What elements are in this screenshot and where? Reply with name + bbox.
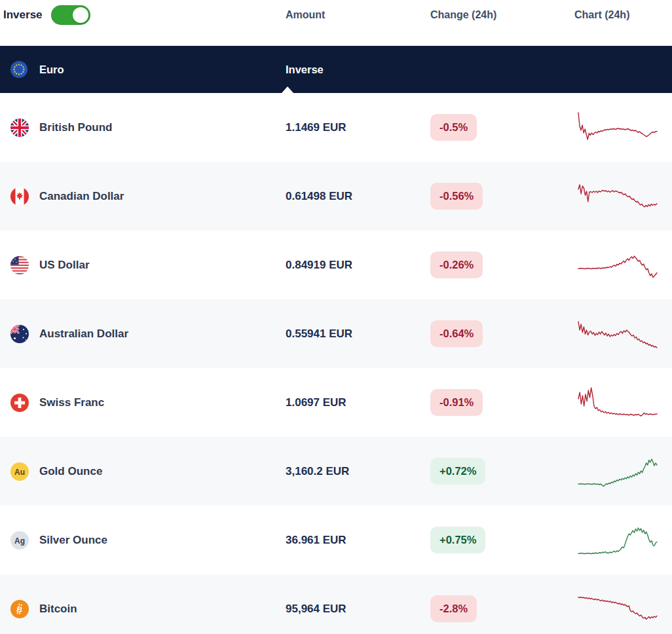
toggle-knob-icon: [73, 7, 88, 23]
amount-value: 0.61498 EUR: [286, 190, 430, 203]
amount-value: 1.0697 EUR: [286, 396, 430, 409]
group-header-currency: Euro: [0, 61, 286, 78]
currency-cell: British Pound: [0, 119, 286, 137]
currency-name: US Dollar: [39, 259, 90, 272]
column-header-change: Change (24h): [430, 5, 574, 25]
gb-flag-icon: [10, 119, 29, 137]
group-header-euro[interactable]: Euro Inverse: [0, 46, 672, 93]
au-flag-icon: [10, 325, 29, 343]
change-cell: -0.64%: [430, 320, 574, 347]
change-cell: +0.72%: [430, 458, 574, 485]
change-badge: +0.75%: [430, 527, 485, 553]
change-badge: -0.5%: [430, 114, 477, 141]
ch-flag-icon: [10, 394, 29, 412]
sparkline-chart: [574, 178, 672, 215]
sparkline-chart: [574, 247, 672, 284]
amount-value: 3,160.2 EUR: [286, 465, 430, 478]
gold-icon: Au: [10, 462, 29, 481]
currency-name: Australian Dollar: [39, 327, 128, 341]
currency-name: Swiss Franc: [39, 396, 104, 409]
change-badge: -0.64%: [430, 320, 483, 347]
change-cell: -0.5%: [430, 114, 574, 141]
eu-flag-icon: [10, 61, 28, 78]
column-header-chart: Chart (24h): [574, 5, 672, 25]
currency-cell: Australian Dollar: [0, 325, 286, 343]
currency-name: British Pound: [39, 121, 112, 134]
change-badge: +0.72%: [430, 458, 485, 485]
group-currency-name: Euro: [39, 64, 64, 76]
table-row[interactable]: Swiss Franc1.0697 EUR-0.91%: [0, 368, 672, 437]
currency-name: Canadian Dollar: [39, 190, 124, 203]
silver-icon: Ag: [10, 531, 29, 550]
column-header-amount: Amount: [286, 5, 430, 25]
rates-table-body: British Pound1.1469 EUR-0.5% Canadian Do…: [0, 93, 672, 634]
sparkline-chart: [574, 384, 672, 421]
sparkline-chart: [574, 591, 672, 627]
table-row[interactable]: AgSilver Ounce36.961 EUR+0.75%: [0, 506, 672, 574]
currency-cell: Canadian Dollar: [0, 187, 286, 206]
currency-cell: AgSilver Ounce: [0, 531, 286, 550]
svg-text:Au: Au: [14, 467, 25, 476]
currency-name: Silver Ounce: [39, 534, 107, 547]
amount-value: 95,964 EUR: [286, 603, 430, 616]
svg-text:Ag: Ag: [14, 536, 25, 545]
table-row[interactable]: British Pound1.1469 EUR-0.5%: [0, 93, 672, 162]
change-cell: -0.56%: [430, 183, 574, 210]
currency-name: Gold Ounce: [39, 465, 102, 478]
currency-cell: Swiss Franc: [0, 394, 286, 412]
amount-value: 1.1469 EUR: [286, 121, 430, 134]
table-row[interactable]: US Dollar0.84919 EUR-0.26%: [0, 231, 672, 299]
inverse-toggle[interactable]: [51, 5, 90, 25]
change-badge: -0.56%: [430, 183, 483, 210]
change-badge: -0.26%: [430, 252, 483, 278]
amount-value: 0.55941 EUR: [286, 327, 430, 341]
us-flag-icon: [10, 256, 29, 274]
amount-value: 36.961 EUR: [286, 534, 430, 547]
table-header-bar: Inverse Amount Change (24h) Chart (24h): [0, 0, 672, 46]
table-row[interactable]: Canadian Dollar0.61498 EUR-0.56%: [0, 162, 672, 231]
change-badge: -0.91%: [430, 389, 483, 416]
inverse-toggle-label: Inverse: [3, 5, 43, 25]
change-cell: +0.75%: [430, 527, 574, 553]
bitcoin-icon: B: [10, 600, 29, 618]
amount-value: 0.84919 EUR: [286, 259, 430, 272]
currency-cell: BBitcoin: [0, 600, 286, 618]
change-cell: -2.8%: [430, 595, 574, 622]
table-row[interactable]: BBitcoin95,964 EUR-2.8%: [0, 574, 672, 634]
inverse-toggle-group: Inverse: [0, 5, 286, 25]
table-row[interactable]: Australian Dollar0.55941 EUR-0.64%: [0, 299, 672, 368]
change-cell: -0.26%: [430, 252, 574, 278]
caret-up-icon: [282, 86, 293, 93]
table-row[interactable]: AuGold Ounce3,160.2 EUR+0.72%: [0, 437, 672, 506]
change-cell: -0.91%: [430, 389, 574, 416]
change-badge: -2.8%: [430, 595, 477, 622]
currency-cell: US Dollar: [0, 256, 286, 274]
sparkline-chart: [574, 522, 672, 559]
sparkline-chart: [574, 316, 672, 352]
ca-flag-icon: [10, 187, 29, 206]
sparkline-chart: [574, 453, 672, 490]
sparkline-chart: [574, 109, 672, 146]
currency-rates-page: Inverse Amount Change (24h) Chart (24h) …: [0, 0, 672, 634]
currency-cell: AuGold Ounce: [0, 462, 286, 481]
currency-name: Bitcoin: [39, 603, 77, 616]
group-header-inverse-label: Inverse: [286, 64, 430, 76]
